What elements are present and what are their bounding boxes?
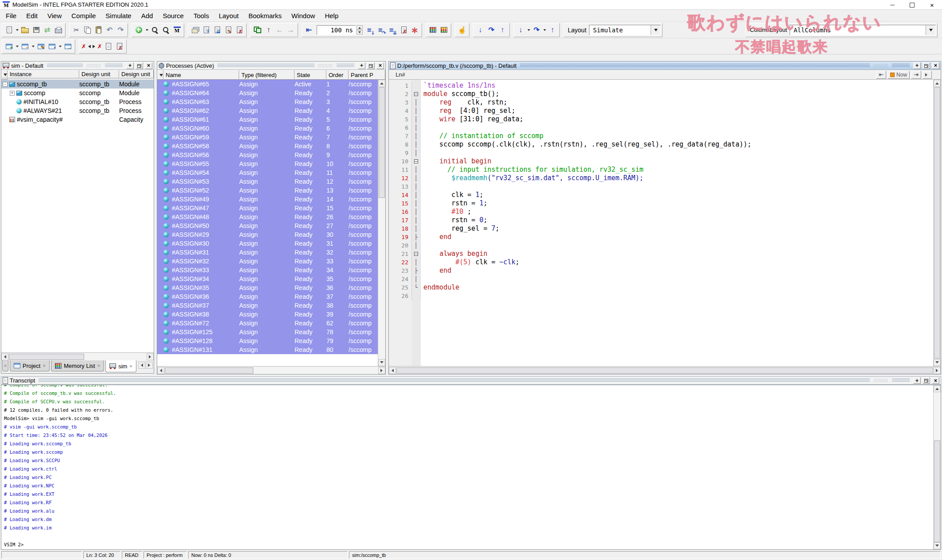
table-row[interactable]: #ASSIGN#58AssignReady8/sccomp bbox=[157, 142, 378, 151]
redo-button[interactable]: ↷ bbox=[115, 24, 126, 36]
sim-panel-header[interactable]: sim - Default bbox=[1, 62, 154, 70]
table-row[interactable]: #ASSIGN#54AssignReady11/sccomp bbox=[157, 168, 378, 177]
examine-button[interactable]: ☝ bbox=[457, 24, 468, 36]
step-into-current-button[interactable]: ↓ bbox=[515, 24, 526, 36]
maximize-button[interactable] bbox=[902, 0, 922, 10]
collapse-icon[interactable]: - bbox=[3, 82, 8, 87]
environment-link-button[interactable] bbox=[252, 24, 263, 36]
remove-window-button[interactable]: − bbox=[19, 41, 31, 52]
table-row[interactable]: #ASSIGN#125AssignReady78/sccomp bbox=[157, 328, 378, 336]
menu-item-layout[interactable]: Layout bbox=[214, 10, 244, 21]
run-length-input[interactable] bbox=[317, 25, 356, 35]
show-source-button[interactable] bbox=[103, 41, 114, 52]
reload-button[interactable]: ⇄ bbox=[42, 24, 53, 36]
now-button[interactable]: Now bbox=[888, 71, 910, 79]
goto-next-button[interactable]: ⇥ bbox=[911, 71, 921, 79]
table-row[interactable]: #ASSIGN#62AssignReady4/sccomp bbox=[157, 106, 378, 115]
processes-table[interactable]: #ASSIGN#65AssignActive1/sccomp#ASSIGN#64… bbox=[157, 80, 385, 366]
run-all-button[interactable]: ≡⇊ bbox=[387, 24, 398, 36]
add-window-dropdown[interactable] bbox=[15, 41, 19, 52]
find-button[interactable] bbox=[149, 24, 160, 36]
tree-row[interactable]: -sccomp_tbsccomp_tbModule bbox=[1, 80, 154, 89]
column-header-design-unit[interactable]: Design unit bbox=[119, 70, 154, 78]
column-header-state[interactable]: State bbox=[295, 70, 326, 80]
save-button[interactable] bbox=[31, 24, 42, 36]
column-header-parent-p[interactable]: Parent P bbox=[349, 70, 385, 80]
scroll-down-icon[interactable] bbox=[934, 359, 941, 366]
panel-grip[interactable] bbox=[873, 378, 888, 382]
tab-project[interactable]: Project× bbox=[10, 360, 50, 371]
copy-button[interactable] bbox=[82, 24, 93, 36]
panel-grip[interactable] bbox=[86, 64, 101, 68]
step-over-button[interactable]: ↷ bbox=[486, 24, 497, 36]
table-row[interactable]: #ASSIGN#63AssignReady3/sccomp bbox=[157, 97, 378, 106]
table-row[interactable]: #ASSIGN#32AssignReady33/sccomp bbox=[157, 257, 378, 266]
table-row[interactable]: #ASSIGN#55AssignReady10/sccomp bbox=[157, 159, 378, 168]
table-row[interactable]: #ASSIGN#30AssignReady31/sccomp bbox=[157, 239, 378, 248]
scrollbar-thumb[interactable] bbox=[379, 87, 385, 198]
table-row[interactable]: #ASSIGN#72AssignReady62/sccomp bbox=[157, 319, 378, 328]
scroll-left-icon[interactable] bbox=[157, 367, 164, 374]
scrollbar-thumb[interactable] bbox=[934, 87, 940, 359]
panel-plus-button[interactable] bbox=[913, 62, 921, 69]
processes-panel-header[interactable]: Processes (Active) bbox=[157, 62, 385, 70]
editor-horizontal-scrollbar[interactable] bbox=[389, 366, 941, 374]
undo-button[interactable]: ↶ bbox=[104, 24, 115, 36]
tab-memory-list[interactable]: Memory List× bbox=[51, 360, 104, 371]
chevron-down-icon[interactable] bbox=[926, 25, 935, 35]
fold-box-icon[interactable] bbox=[414, 159, 418, 163]
chevron-down-icon[interactable] bbox=[651, 25, 660, 35]
table-row[interactable]: #ASSIGN#52AssignReady13/sccomp bbox=[157, 186, 378, 195]
clear-button[interactable]: ✗ bbox=[114, 41, 125, 52]
tree-row[interactable]: #INITIAL#10sccomp_tbProcess bbox=[1, 97, 154, 106]
table-row[interactable]: #ASSIGN#50AssignReady27/sccomp bbox=[157, 221, 378, 230]
memory-profile-button[interactable] bbox=[438, 24, 450, 36]
expand-button[interactable] bbox=[923, 71, 932, 79]
goto-previous-button[interactable]: ⇤ bbox=[876, 71, 886, 79]
table-row[interactable]: #ASSIGN#36AssignReady37/sccomp bbox=[157, 292, 378, 301]
scroll-up-icon[interactable] bbox=[934, 80, 941, 87]
step-out-current-button[interactable]: ↑ bbox=[547, 24, 558, 36]
optimize-button[interactable]: ✎ bbox=[223, 24, 234, 36]
processes-vertical-scrollbar[interactable] bbox=[378, 80, 385, 366]
step-into-current-dropdown[interactable] bbox=[526, 24, 531, 36]
scroll-left-icon[interactable] bbox=[389, 367, 396, 374]
menu-item-file[interactable]: File bbox=[1, 10, 21, 21]
column-header-type-filtered-[interactable]: Type (filtered) bbox=[239, 70, 295, 80]
window-tools-button[interactable]: ✎ bbox=[35, 41, 47, 52]
panel-grip[interactable] bbox=[318, 64, 333, 68]
scroll-right-icon[interactable] bbox=[147, 353, 154, 360]
step-out-button[interactable]: ↑ bbox=[497, 24, 508, 36]
tab-sim[interactable]: sim× bbox=[105, 360, 136, 372]
panel-grip[interactable] bbox=[873, 64, 888, 68]
add-window-button[interactable]: + bbox=[4, 41, 15, 52]
panel-plus-button[interactable] bbox=[913, 377, 921, 384]
menu-item-compile[interactable]: Compile bbox=[66, 10, 101, 21]
table-row[interactable]: #ASSIGN#131AssignReady80/sccomp bbox=[157, 345, 378, 354]
compile-button[interactable] bbox=[190, 24, 201, 36]
editor-panel-header[interactable]: D:/perform/sccomp_tb.v (/sccomp_tb) - De… bbox=[389, 62, 941, 70]
table-row[interactable]: #ASSIGN#61AssignReady5/sccomp bbox=[157, 115, 378, 124]
jump-previous-button[interactable]: ✗ bbox=[81, 41, 92, 52]
column-header-instance[interactable]: Instance bbox=[8, 70, 79, 78]
panel-close-button[interactable] bbox=[932, 377, 939, 384]
performance-profile-button[interactable] bbox=[427, 24, 438, 36]
find-options-button[interactable] bbox=[160, 24, 171, 36]
spinner-down-icon[interactable] bbox=[357, 30, 363, 35]
step-over-current-dropdown[interactable] bbox=[542, 24, 547, 36]
column-layout-select[interactable]: AllColumns bbox=[790, 25, 936, 35]
table-row[interactable]: #ASSIGN#34AssignReady35/sccomp bbox=[157, 274, 378, 283]
end-simulation-button[interactable]: ✗ bbox=[234, 24, 245, 36]
transcript-vertical-scrollbar[interactable] bbox=[933, 385, 941, 549]
menu-item-help[interactable]: Help bbox=[320, 10, 343, 21]
step-into-button[interactable]: ↓ bbox=[475, 24, 486, 36]
tab-scroll-right-icon[interactable] bbox=[146, 362, 153, 369]
add-button[interactable] bbox=[133, 24, 144, 36]
scroll-right-icon[interactable] bbox=[378, 367, 385, 374]
print-button[interactable] bbox=[53, 24, 64, 36]
menu-item-edit[interactable]: Edit bbox=[21, 10, 43, 21]
table-row[interactable]: #ASSIGN#29AssignReady30/sccomp bbox=[157, 230, 378, 239]
sort-indicator[interactable] bbox=[157, 70, 163, 80]
continue-run-button[interactable]: ≡↷ bbox=[376, 24, 387, 36]
save-layout-button[interactable]: ▪ bbox=[47, 41, 58, 52]
